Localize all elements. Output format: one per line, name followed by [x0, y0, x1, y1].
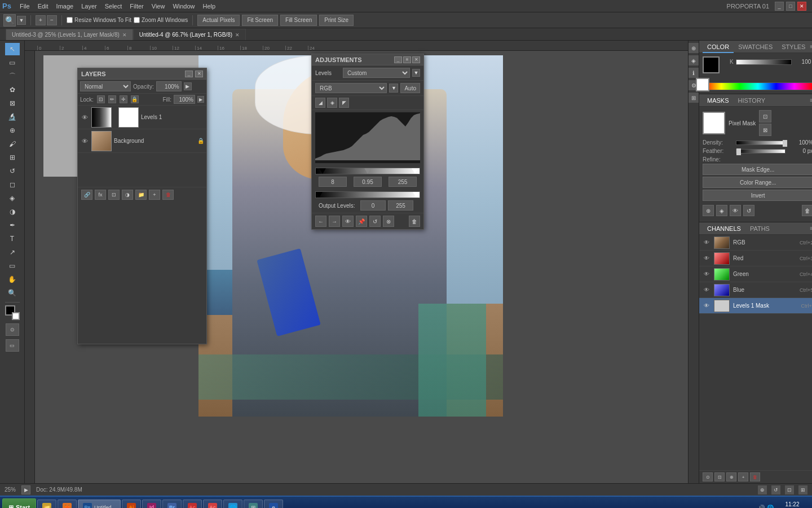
history-brush[interactable]: ↺ [5, 165, 20, 177]
add-mask-btn[interactable]: ⊡ [108, 190, 120, 200]
eraser-tool[interactable]: ◻ [5, 178, 20, 191]
tab-1[interactable]: Untitled-3 @ 25% (Levels 1, Layer Mask/8… [6, 29, 133, 40]
k-track[interactable] [736, 59, 792, 65]
tray-icon-2[interactable]: 🌐 [767, 505, 774, 509]
layer-eye-bg[interactable]: 👁 [80, 137, 89, 146]
taskbar-app-bridge[interactable]: Br [162, 500, 182, 508]
taskbar-app-ie[interactable]: e [264, 500, 283, 508]
color-panel-menu[interactable]: ≡ [810, 43, 812, 50]
history-tab[interactable]: HISTORY [734, 94, 770, 107]
menu-window[interactable]: Window [169, 0, 198, 12]
channel-eye-blue[interactable]: 👁 [703, 286, 710, 294]
zoom-all-checkbox[interactable] [134, 17, 140, 23]
background-color-swatch[interactable] [696, 78, 709, 91]
layer-style-btn[interactable]: fx [95, 190, 106, 200]
masks-panel-menu[interactable]: ≡ [810, 97, 812, 103]
right-icon-3[interactable]: ℹ [689, 68, 699, 78]
lock-transparency-btn[interactable]: ⊡ [97, 95, 105, 103]
mask-btn-2[interactable]: ⊠ [759, 124, 771, 136]
mask-thumbnail[interactable] [703, 112, 725, 134]
output-high-input[interactable] [388, 200, 413, 211]
channels-tab[interactable]: CHANNELS [703, 222, 745, 235]
output-highlight-point[interactable] [413, 192, 420, 198]
adj-curve-gray[interactable]: ◈ [327, 98, 337, 108]
feather-thumb[interactable] [736, 148, 741, 155]
status-icon-3[interactable]: ⊡ [785, 485, 794, 494]
menu-view[interactable]: View [148, 0, 169, 12]
midtone-input[interactable] [354, 177, 382, 187]
shadow-input[interactable] [319, 177, 347, 187]
channel-red[interactable]: 👁 Red Ctrl+3 [699, 251, 812, 266]
channel-mask[interactable]: 👁 Levels 1 Mask Ctrl+\ [699, 298, 812, 314]
taskbar-app-illustrator[interactable]: Ai [122, 500, 141, 508]
type-tool[interactable]: T [5, 233, 20, 245]
mask-delete-icon[interactable]: 🗑 [802, 205, 812, 216]
layer-item-background[interactable]: 👁 Background 🔒 [78, 129, 206, 153]
adjustment-btn[interactable]: ◑ [122, 190, 133, 200]
link-layers-btn[interactable]: 🔗 [81, 190, 92, 200]
channel-rgb[interactable]: 👁 RGB Ctrl+2 [699, 235, 812, 251]
color-gradient-bar[interactable] [703, 82, 812, 90]
mask-btn-1[interactable]: ⊡ [759, 110, 771, 122]
eyedropper-tool[interactable]: 🔬 [5, 111, 20, 123]
zoom-tool[interactable]: 🔍 [5, 287, 20, 299]
taskbar-app-indesign[interactable]: Id [142, 500, 161, 508]
highlight-input[interactable] [389, 177, 417, 187]
gradient-tool[interactable]: ◈ [5, 192, 20, 204]
right-icon-5[interactable]: ⊞ [689, 93, 699, 103]
mask-icon-3[interactable]: 👁 [730, 205, 741, 216]
channels-btn-1[interactable]: ⊙ [703, 472, 713, 481]
highlight-point[interactable] [412, 168, 418, 174]
adj-menu[interactable]: ≡ [403, 56, 411, 63]
adj-rotate-btn[interactable]: ↺ [369, 216, 381, 227]
hand-tool[interactable]: ✋ [5, 273, 20, 286]
color-tab[interactable]: COLOR [703, 41, 734, 53]
opacity-arrow[interactable]: ▶ [184, 82, 192, 90]
zoom-status-btn[interactable]: ▶ [21, 485, 30, 494]
layer-eye-levels1[interactable]: 👁 [80, 113, 89, 122]
fill-input[interactable] [174, 95, 195, 104]
levels-preset-select[interactable]: Custom [343, 68, 410, 78]
move-tool[interactable]: ↖ [5, 43, 20, 55]
foreground-background-colors[interactable] [5, 305, 20, 320]
output-shadow-point[interactable] [316, 192, 323, 198]
foreground-color-swatch[interactable] [703, 56, 720, 73]
channel-dropdown-btn[interactable]: ▼ [389, 84, 398, 93]
zoom-all-check[interactable]: Zoom All Windows [134, 17, 188, 23]
lock-all-btn[interactable]: 🔒 [131, 95, 139, 103]
resize-windows-check[interactable]: Resize Windows To Fit [67, 17, 131, 23]
adj-curve-black[interactable]: ◢ [315, 98, 325, 108]
taskbar-app-acrobat2[interactable]: Ac [203, 500, 222, 508]
channels-btn-3[interactable]: ⊕ [726, 472, 736, 481]
menu-image[interactable]: Image [52, 0, 78, 12]
adj-pin-btn[interactable]: 📌 [356, 216, 367, 227]
menu-layer[interactable]: Layer [77, 0, 101, 12]
status-icon-1[interactable]: ⊕ [758, 485, 767, 494]
mask-icon-4[interactable]: ↺ [743, 205, 754, 216]
adj-close[interactable]: ✕ [412, 56, 420, 63]
density-thumb[interactable] [783, 140, 787, 147]
clone-tool[interactable]: ⊞ [5, 151, 20, 164]
close-btn[interactable]: ✕ [797, 2, 806, 11]
tab-2-close[interactable]: ✕ [235, 29, 240, 41]
delete-layer-btn[interactable]: 🗑 [162, 190, 174, 200]
brush-tool[interactable]: 🖌 [5, 138, 20, 150]
new-layer-btn[interactable]: + [149, 190, 160, 200]
lock-position-btn[interactable]: ✛ [120, 95, 127, 103]
taskbar-app-photoshop[interactable]: Ps Untitled... [78, 500, 121, 508]
start-button[interactable]: ⊞ Start [2, 498, 36, 508]
midtone-point[interactable] [364, 168, 371, 174]
background-color[interactable] [12, 312, 20, 320]
actual-pixels-btn[interactable]: Actual Pixels [197, 15, 240, 26]
clock[interactable]: 11:22 01/02/2012 [778, 501, 806, 508]
resize-windows-checkbox[interactable] [67, 17, 73, 23]
channels-btn-2[interactable]: ⊡ [714, 472, 725, 481]
channel-eye-green[interactable]: 👁 [703, 270, 710, 278]
layers-close[interactable]: ✕ [195, 71, 203, 77]
styles-tab[interactable]: STYLES [777, 41, 810, 53]
mask-icon-1[interactable]: ⊕ [703, 205, 714, 216]
color-range-btn[interactable]: Color Range... [703, 177, 812, 188]
path-select-tool[interactable]: ↗ [5, 246, 20, 259]
zoom-tool-icon[interactable]: 🔍 [3, 14, 16, 27]
status-icon-4[interactable]: ⊞ [798, 485, 807, 494]
